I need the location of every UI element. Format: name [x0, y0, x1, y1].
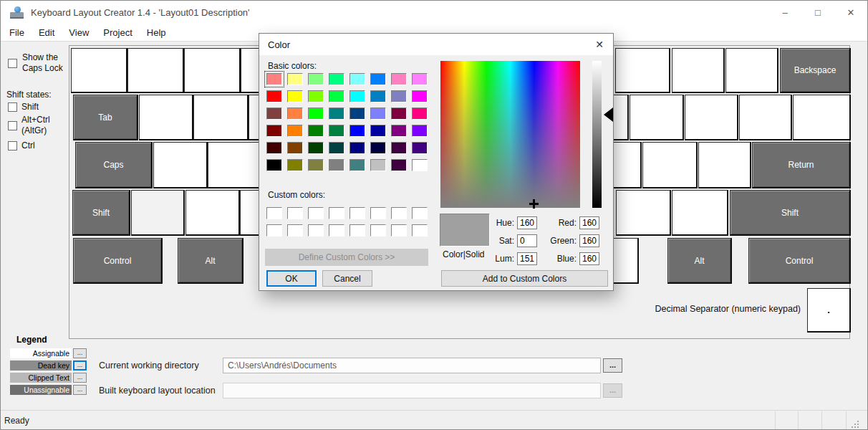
custom-color-swatch[interactable]: [349, 224, 365, 236]
basic-color-swatch[interactable]: [266, 125, 282, 137]
basic-color-swatch[interactable]: [329, 159, 344, 171]
key-backspace[interactable]: Backspace: [780, 48, 851, 93]
checkbox-shift[interactable]: [8, 102, 17, 112]
key-blank[interactable]: [725, 48, 778, 93]
basic-color-swatch[interactable]: [391, 159, 407, 171]
minimize-icon[interactable]: –: [768, 1, 801, 24]
cancel-button[interactable]: Cancel: [322, 270, 372, 287]
basic-color-swatch[interactable]: [391, 125, 407, 137]
custom-color-swatch[interactable]: [266, 224, 282, 236]
basic-color-swatch[interactable]: [370, 90, 386, 102]
key-blank[interactable]: [139, 95, 193, 140]
basic-color-swatch[interactable]: [266, 73, 282, 85]
basic-color-swatch[interactable]: [370, 73, 386, 85]
sat-input[interactable]: [517, 234, 537, 247]
custom-color-swatch[interactable]: [391, 224, 407, 236]
custom-color-swatch[interactable]: [370, 224, 386, 236]
basic-color-swatch[interactable]: [287, 142, 303, 154]
basic-color-swatch[interactable]: [266, 90, 282, 102]
legend-browse-button[interactable]: ...: [73, 348, 87, 358]
basic-color-swatch[interactable]: [308, 73, 324, 85]
basic-color-swatch[interactable]: [329, 108, 344, 120]
basic-color-swatch[interactable]: [287, 159, 303, 171]
key-blank[interactable]: [71, 48, 127, 93]
key-blank[interactable]: [131, 190, 185, 236]
key-blank[interactable]: [193, 95, 249, 140]
menu-item-file[interactable]: File: [2, 24, 32, 41]
legend-browse-button[interactable]: ...: [73, 373, 87, 383]
key-caps[interactable]: Caps: [75, 142, 153, 188]
key-blank[interactable]: [153, 142, 208, 188]
basic-color-swatch[interactable]: [308, 90, 324, 102]
blue-input[interactable]: [579, 252, 599, 265]
basic-color-swatch[interactable]: [412, 125, 428, 137]
custom-color-swatch[interactable]: [391, 207, 407, 219]
basic-color-swatch[interactable]: [349, 159, 365, 171]
basic-color-swatch[interactable]: [329, 142, 344, 154]
custom-color-swatch[interactable]: [370, 207, 386, 219]
menu-item-edit[interactable]: Edit: [32, 24, 62, 41]
basic-color-swatch[interactable]: [287, 90, 303, 102]
basic-color-swatch[interactable]: [391, 142, 407, 154]
checkbox-show-caps-lock[interactable]: [8, 59, 17, 68]
custom-color-swatch[interactable]: [287, 207, 303, 219]
basic-color-swatch[interactable]: [266, 142, 282, 154]
ok-button[interactable]: OK: [266, 270, 317, 287]
custom-color-swatch[interactable]: [412, 207, 428, 219]
key-tab[interactable]: Tab: [73, 95, 138, 140]
basic-color-swatch[interactable]: [412, 90, 428, 102]
key-blank[interactable]: [184, 48, 241, 93]
basic-color-swatch[interactable]: [391, 90, 407, 102]
legend-browse-button[interactable]: ...: [73, 360, 87, 371]
key-blank[interactable]: [739, 95, 792, 140]
key-blank[interactable]: [698, 142, 751, 188]
key-blank[interactable]: [642, 142, 698, 188]
crosshair-marker-icon[interactable]: [529, 199, 539, 209]
checkbox-altctrl[interactable]: [8, 121, 17, 130]
key-blank[interactable]: [672, 48, 725, 93]
key--[interactable]: .: [807, 288, 851, 333]
red-input[interactable]: [579, 216, 599, 229]
basic-color-swatch[interactable]: [412, 73, 428, 85]
basic-color-swatch[interactable]: [287, 108, 303, 120]
key-return[interactable]: Return: [752, 142, 851, 188]
key-control[interactable]: Control: [73, 238, 163, 284]
key-alt[interactable]: Alt: [178, 238, 243, 284]
custom-color-swatch[interactable]: [308, 207, 324, 219]
cwd-field[interactable]: [223, 358, 601, 373]
basic-color-swatch[interactable]: [349, 125, 365, 137]
basic-color-swatch[interactable]: [308, 125, 324, 137]
key-control[interactable]: Control: [748, 238, 851, 284]
dialog-close-icon[interactable]: ✕: [586, 34, 613, 55]
key-blank[interactable]: [615, 48, 670, 93]
key-blank[interactable]: [793, 95, 851, 140]
basic-color-swatch[interactable]: [412, 159, 428, 171]
basic-color-swatch[interactable]: [287, 125, 303, 137]
basic-color-swatch[interactable]: [412, 108, 428, 120]
luminance-bar[interactable]: [592, 61, 602, 208]
close-icon[interactable]: ✕: [834, 1, 867, 24]
key-blank[interactable]: [185, 190, 240, 236]
basic-color-swatch[interactable]: [349, 73, 365, 85]
resize-grip-icon[interactable]: [857, 421, 859, 422]
custom-color-swatch[interactable]: [329, 224, 344, 236]
custom-color-swatch[interactable]: [308, 224, 324, 236]
basic-color-swatch[interactable]: [370, 142, 386, 154]
basic-color-swatch[interactable]: [329, 125, 344, 137]
menu-item-project[interactable]: Project: [96, 24, 139, 41]
key-blank[interactable]: [610, 238, 639, 284]
basic-color-swatch[interactable]: [329, 90, 344, 102]
lum-input[interactable]: [517, 252, 537, 265]
menu-item-help[interactable]: Help: [140, 24, 173, 41]
basic-color-swatch[interactable]: [349, 142, 365, 154]
custom-color-swatch[interactable]: [329, 207, 344, 219]
key-blank[interactable]: [127, 48, 184, 93]
custom-color-swatch[interactable]: [349, 207, 365, 219]
basic-color-swatch[interactable]: [266, 159, 282, 171]
custom-color-swatch[interactable]: [266, 207, 282, 219]
key-alt[interactable]: Alt: [667, 238, 732, 284]
basic-color-swatch[interactable]: [308, 159, 324, 171]
basic-color-swatch[interactable]: [266, 108, 282, 120]
cwd-browse-button[interactable]: ...: [603, 358, 622, 373]
basic-color-swatch[interactable]: [349, 108, 365, 120]
